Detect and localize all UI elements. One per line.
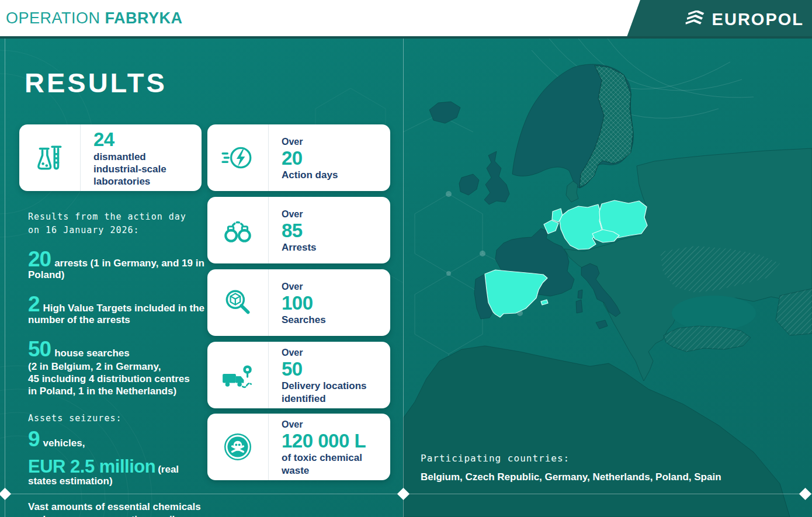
operation-prefix: OPERATION <box>6 9 100 27</box>
stat-money-value: EUR 2.5 million <box>28 456 155 477</box>
page-title: RESULTS <box>25 67 167 99</box>
card-prefix: Over <box>282 281 384 293</box>
europol-wordmark: EUROPOL <box>712 10 804 29</box>
stat-searches-text: house searches <box>54 348 130 359</box>
card-label: Action days <box>282 169 384 181</box>
card-value: 50 <box>282 359 384 380</box>
map-corsica <box>578 290 582 299</box>
infographic-page: OPERATION FABRYKA EUROPOL <box>0 0 812 517</box>
map-sardinia <box>576 300 582 313</box>
map-iceland <box>429 102 460 123</box>
header-bar: OPERATION FABRYKA EUROPOL <box>0 0 812 39</box>
europol-chevrons-icon <box>683 11 708 28</box>
europol-logo: EUROPOL <box>683 10 804 29</box>
main-content: RESULTS <box>0 39 812 517</box>
map-sicily <box>596 320 608 329</box>
card-value: 20 <box>282 148 384 169</box>
operation-title: OPERATION FABRYKA <box>6 9 183 27</box>
operation-name: FABRYKA <box>105 9 183 27</box>
participating-list: Belgium, Czech Republic, Germany, Nether… <box>421 471 721 483</box>
card-label: Searches <box>282 314 384 326</box>
stat-card-laboratories: 24 dismantled industrial-scale laborator… <box>19 124 202 191</box>
stat-arrests: 20arrests (1 in Germany, and 19 in Polan… <box>28 249 206 282</box>
action-day-results-block: Results from the action day on 16 Januar… <box>28 210 206 517</box>
stat-searches: 50house searches <box>28 339 206 359</box>
card-prefix: Over <box>282 419 384 431</box>
card-prefix: Over <box>282 136 384 148</box>
participating-heading: Participating countries: <box>421 453 721 464</box>
map-denmark <box>566 181 578 202</box>
results-panel: RESULTS <box>0 39 403 517</box>
map-north-africa <box>403 346 790 517</box>
search-magnifier-icon <box>207 269 269 336</box>
stat-card-arrests: Over 85 Arrests <box>207 197 390 263</box>
toxic-skull-icon <box>207 414 269 480</box>
map-black-sea <box>672 296 756 331</box>
assets-extra-text: Vast amounts of essential chemicals and … <box>28 501 206 517</box>
stat-vehicles-text: vehicles, <box>43 438 85 449</box>
stat-hvt-text: High Value Targets included in the numbe… <box>28 303 204 325</box>
card-prefix: Over <box>282 209 384 220</box>
stat-searches-detail: (2 in Belgium, 2 in Germany, 45 includin… <box>28 360 206 398</box>
card-value: 85 <box>282 220 384 241</box>
stat-vehicles-value: 9 <box>28 427 40 451</box>
stat-vehicles: 9vehicles, <box>28 429 206 449</box>
assets-heading: Assets seizures: <box>28 413 206 424</box>
stat-hvt: 2High Value Targets included in the numb… <box>28 294 206 327</box>
frame-divider-line <box>403 39 404 517</box>
card-value: 24 <box>93 129 196 150</box>
stat-arrests-value: 20 <box>28 247 51 271</box>
stat-arrests-text: arrests (1 in Germany, and 19 in Poland) <box>28 258 204 280</box>
map-uk <box>484 151 509 204</box>
handcuffs-icon <box>207 197 269 263</box>
card-label: Delivery locations identified <box>282 380 384 405</box>
stat-card-delivery-locations: Over 50 Delivery locations identified <box>207 342 390 408</box>
stat-card-searches: Over 100 Searches <box>207 269 390 336</box>
card-label: dismantled industrial-scale laboratories <box>93 151 196 188</box>
card-label: Arrests <box>282 241 384 254</box>
map-balearics-highlight <box>541 300 548 305</box>
laboratory-flask-icon <box>19 124 81 191</box>
action-day-heading: Results from the action day on 16 Januar… <box>28 210 206 237</box>
delivery-truck-icon <box>207 342 269 408</box>
card-prefix: Over <box>282 347 384 359</box>
stat-hvt-value: 2 <box>28 292 40 316</box>
stat-money: EUR 2.5 million(real states estimation) <box>28 457 206 488</box>
card-value: 100 <box>282 293 384 314</box>
map-ireland <box>459 174 479 195</box>
frame-left-line <box>5 39 5 517</box>
europe-map-panel: Participating countries: Belgium, Czech … <box>403 39 812 517</box>
map-germany-highlight <box>560 204 602 249</box>
stat-card-action-days: Over 20 Action days <box>207 124 390 191</box>
card-value: 120 000 L <box>282 431 384 452</box>
card-label: of toxic chemical waste <box>282 452 384 477</box>
participating-countries-block: Participating countries: Belgium, Czech … <box>421 453 721 483</box>
europol-corner-block: EUROPOL <box>626 0 812 39</box>
stat-searches-value: 50 <box>28 337 51 361</box>
stat-card-toxic-waste: Over 120 000 L of toxic chemical waste <box>207 414 390 480</box>
action-lightning-icon <box>207 124 269 191</box>
europe-map <box>403 39 812 517</box>
